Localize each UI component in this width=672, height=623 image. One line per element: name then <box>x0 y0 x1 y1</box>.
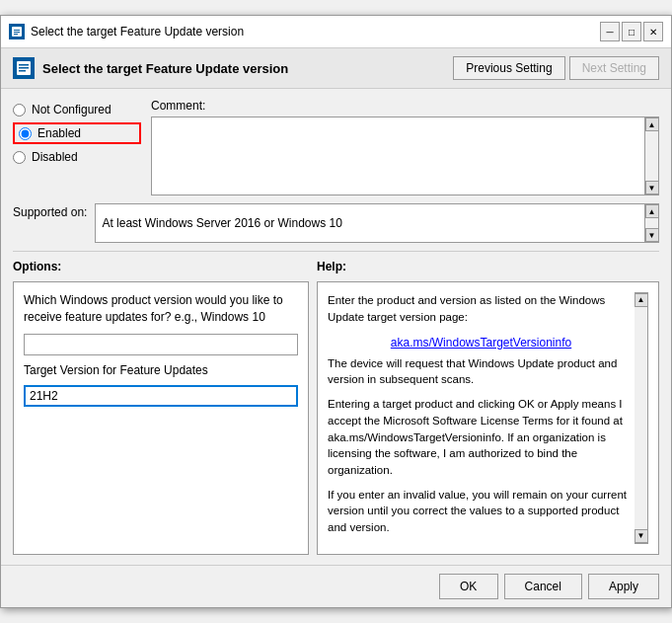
supported-box: At least Windows Server 2016 or Windows … <box>95 203 659 243</box>
comment-scrollbar: ▲ ▼ <box>645 117 659 195</box>
header-icon <box>13 57 35 79</box>
minimize-button[interactable]: ─ <box>600 22 620 41</box>
close-button[interactable]: ✕ <box>643 22 663 41</box>
supported-scroll-down[interactable]: ▼ <box>645 228 659 242</box>
disabled-label: Disabled <box>32 150 78 164</box>
help-paragraph-2: The device will request that Windows Upd… <box>328 355 635 388</box>
help-paragraph-3: Entering a target product and clicking O… <box>328 396 635 478</box>
svg-rect-3 <box>14 34 18 35</box>
supported-scrollbar: ▲ ▼ <box>645 203 659 243</box>
content-area: Not Configured Enabled Disabled Comment: <box>1 89 671 564</box>
help-scrollbar: ▲ ▼ <box>635 292 648 543</box>
help-scroll-down[interactable]: ▼ <box>635 529 648 543</box>
help-text: Enter the product and version as listed … <box>328 292 635 543</box>
supported-section: Supported on: At least Windows Server 20… <box>13 203 659 243</box>
disabled-option[interactable]: Disabled <box>13 150 141 164</box>
comment-area: Comment: ▲ ▼ <box>151 99 659 195</box>
options-panel: Options: Which Windows product version w… <box>13 260 309 554</box>
options-body: Which Windows product version would you … <box>13 281 309 554</box>
comment-box: ▲ ▼ <box>151 117 659 195</box>
scroll-up-arrow[interactable]: ▲ <box>645 117 659 131</box>
not-configured-label: Not Configured <box>32 103 112 117</box>
help-title: Help: <box>317 260 659 273</box>
not-configured-radio[interactable] <box>13 104 26 117</box>
ok-button[interactable]: OK <box>439 574 498 599</box>
header-buttons: Previous Setting Next Setting <box>453 56 659 80</box>
enabled-option[interactable]: Enabled <box>13 122 141 144</box>
svg-rect-1 <box>14 30 20 31</box>
help-panel: Help: Enter the product and version as l… <box>317 260 659 554</box>
supported-label: Supported on: <box>13 203 87 219</box>
help-paragraph-1: Enter the product and version as listed … <box>328 292 635 325</box>
comment-label: Comment: <box>151 99 659 113</box>
two-column-section: Options: Which Windows product version w… <box>13 251 659 554</box>
radio-group: Not Configured Enabled Disabled <box>13 99 141 195</box>
title-text: Select the target Feature Update version <box>31 25 244 39</box>
title-bar-left: Select the target Feature Update version <box>9 24 244 39</box>
apply-button[interactable]: Apply <box>588 574 659 599</box>
title-controls: ─ □ ✕ <box>600 22 663 41</box>
title-bar: Select the target Feature Update version… <box>1 16 671 48</box>
options-title: Options: <box>13 260 309 273</box>
header-title: Select the target Feature Update version <box>42 61 288 76</box>
disabled-radio[interactable] <box>13 151 26 164</box>
dialog-window: Select the target Feature Update version… <box>0 15 672 607</box>
scroll-down-arrow[interactable]: ▼ <box>645 181 659 195</box>
help-paragraph-4: If you enter an invalid value, you will … <box>328 487 635 536</box>
svg-rect-6 <box>19 67 29 69</box>
product-version-input[interactable] <box>24 334 298 355</box>
supported-value: At least Windows Server 2016 or Windows … <box>95 203 645 243</box>
maximize-button[interactable]: □ <box>622 22 641 41</box>
next-setting-button[interactable]: Next Setting <box>569 56 659 80</box>
svg-rect-5 <box>19 64 29 66</box>
enabled-radio[interactable] <box>19 127 32 140</box>
header-title-area: Select the target Feature Update version <box>13 57 288 79</box>
svg-rect-7 <box>19 70 26 72</box>
supported-scroll-up[interactable]: ▲ <box>645 204 659 218</box>
help-link[interactable]: aka.ms/WindowsTargetVersioninfo <box>328 334 635 351</box>
dialog-icon <box>9 24 25 39</box>
footer: OK Cancel Apply <box>1 565 671 607</box>
comment-textarea[interactable] <box>151 117 645 195</box>
help-body: Enter the product and version as listed … <box>317 281 659 554</box>
target-version-input[interactable] <box>24 385 298 407</box>
top-section: Not Configured Enabled Disabled Comment: <box>13 99 659 195</box>
enabled-label: Enabled <box>37 126 81 140</box>
cancel-button[interactable]: Cancel <box>504 574 582 599</box>
svg-rect-2 <box>14 32 20 33</box>
options-description: Which Windows product version would you … <box>24 292 298 326</box>
help-scroll-up[interactable]: ▲ <box>635 293 648 307</box>
target-version-label: Target Version for Feature Updates <box>24 363 298 377</box>
header-bar: Select the target Feature Update version… <box>1 48 671 89</box>
not-configured-option[interactable]: Not Configured <box>13 103 141 117</box>
previous-setting-button[interactable]: Previous Setting <box>453 56 564 80</box>
